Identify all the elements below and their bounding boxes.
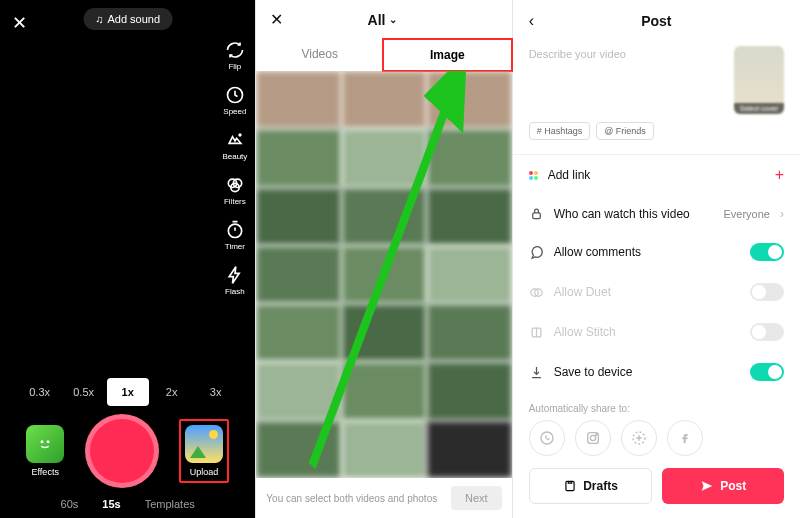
svg-rect-9 — [532, 213, 540, 219]
chevron-down-icon: ⌄ — [389, 14, 397, 25]
media-thumb[interactable] — [256, 71, 340, 128]
media-thumb[interactable] — [427, 71, 511, 128]
close-icon[interactable]: ✕ — [12, 12, 27, 34]
post-screen: ‹ Post Describe your video Select cover … — [513, 0, 800, 518]
tab-videos[interactable]: Videos — [256, 39, 383, 71]
media-thumb[interactable] — [427, 246, 511, 303]
next-button[interactable]: Next — [451, 486, 502, 510]
timer-icon — [225, 220, 245, 240]
flash-icon — [225, 265, 245, 285]
add-sound-button[interactable]: ♫ Add sound — [83, 8, 172, 30]
plus-icon: + — [775, 166, 784, 184]
media-thumb[interactable] — [256, 304, 340, 361]
flash-tool[interactable]: Flash — [225, 265, 245, 296]
comments-option[interactable]: Allow comments — [529, 232, 784, 272]
media-thumb[interactable] — [427, 362, 511, 419]
speed-tool[interactable]: Speed — [223, 85, 246, 116]
mode-60s[interactable]: 60s — [61, 498, 79, 510]
media-thumb[interactable] — [256, 188, 340, 245]
mode-templates[interactable]: Templates — [145, 498, 195, 510]
back-icon[interactable]: ‹ — [529, 12, 534, 30]
post-icon — [700, 479, 714, 493]
timer-tool[interactable]: Timer — [225, 220, 245, 251]
upload-button[interactable]: Upload — [185, 425, 223, 477]
media-grid — [256, 71, 511, 478]
media-thumb[interactable] — [342, 304, 426, 361]
zoom-3x[interactable]: 3x — [195, 378, 237, 406]
comments-toggle[interactable] — [750, 243, 784, 261]
stitch-icon — [529, 325, 544, 340]
media-thumb[interactable] — [342, 246, 426, 303]
stitch-toggle — [750, 323, 784, 341]
zoom-0-5x[interactable]: 0.5x — [63, 378, 105, 406]
add-link-option[interactable]: Add link + — [529, 155, 784, 195]
mode-15s[interactable]: 15s — [102, 498, 120, 510]
filters-icon — [225, 175, 245, 195]
media-thumb[interactable] — [256, 362, 340, 419]
media-thumb[interactable] — [256, 421, 340, 478]
download-icon — [529, 365, 544, 380]
gallery-screen: ✕ All ⌄ Videos Image You can selec — [256, 0, 512, 518]
svg-point-1 — [239, 134, 241, 136]
tab-image[interactable]: Image — [382, 38, 513, 72]
beauty-tool[interactable]: Beauty — [222, 130, 247, 161]
duet-icon — [529, 285, 544, 300]
beauty-icon — [225, 130, 245, 150]
stitch-option: Allow Stitch — [529, 312, 784, 352]
effects-icon — [26, 425, 64, 463]
duet-toggle — [750, 283, 784, 301]
media-thumb[interactable] — [427, 188, 511, 245]
effects-button[interactable]: Effects — [26, 425, 64, 477]
zoom-2x[interactable]: 2x — [151, 378, 193, 406]
description-input[interactable]: Describe your video — [529, 46, 724, 114]
filters-tool[interactable]: Filters — [224, 175, 246, 206]
flip-tool[interactable]: Flip — [225, 40, 245, 71]
select-cover-label: Select cover — [734, 103, 784, 114]
media-thumb[interactable] — [342, 188, 426, 245]
add-link-icon — [529, 171, 538, 180]
media-thumb[interactable] — [342, 421, 426, 478]
record-button[interactable] — [85, 414, 159, 488]
svg-point-16 — [595, 434, 596, 435]
camera-screen: ✕ ♫ Add sound Flip Speed Beauty Filters — [0, 0, 256, 518]
media-thumb[interactable] — [427, 304, 511, 361]
zoom-0-3x[interactable]: 0.3x — [19, 378, 61, 406]
speed-icon — [225, 85, 245, 105]
share-more-icon[interactable] — [621, 420, 657, 456]
media-thumb[interactable] — [342, 362, 426, 419]
save-toggle[interactable] — [750, 363, 784, 381]
gallery-folder-selector[interactable]: All ⌄ — [368, 12, 398, 28]
hashtags-chip[interactable]: # Hashtags — [529, 122, 591, 140]
svg-point-15 — [590, 435, 595, 440]
media-thumb[interactable] — [427, 421, 511, 478]
flip-icon — [225, 40, 245, 60]
media-thumb[interactable] — [256, 129, 340, 186]
lock-icon — [529, 206, 544, 221]
zoom-row: 0.3x 0.5x 1x 2x 3x — [0, 378, 255, 406]
cover-preview[interactable]: Select cover — [734, 46, 784, 114]
friends-chip[interactable]: @ Friends — [596, 122, 654, 140]
auto-share-label: Automatically share to: — [529, 403, 784, 414]
add-sound-label: Add sound — [107, 13, 160, 25]
post-button[interactable]: Post — [662, 468, 784, 504]
svg-point-13 — [541, 432, 553, 444]
media-thumb[interactable] — [342, 71, 426, 128]
share-facebook-icon[interactable] — [667, 420, 703, 456]
chevron-right-icon: › — [780, 207, 784, 221]
svg-point-7 — [47, 440, 50, 443]
media-thumb[interactable] — [342, 129, 426, 186]
camera-viewfinder — [0, 40, 255, 372]
close-icon[interactable]: ✕ — [270, 10, 283, 29]
save-to-device-option[interactable]: Save to device — [529, 352, 784, 392]
share-instagram-icon[interactable] — [575, 420, 611, 456]
comment-icon — [529, 245, 544, 260]
drafts-button[interactable]: Drafts — [529, 468, 653, 504]
svg-point-6 — [41, 440, 44, 443]
media-thumb[interactable] — [427, 129, 511, 186]
svg-point-5 — [228, 224, 241, 237]
privacy-option[interactable]: Who can watch this video Everyone › — [529, 195, 784, 232]
media-thumb[interactable] — [256, 246, 340, 303]
zoom-1x[interactable]: 1x — [107, 378, 149, 406]
share-whatsapp-icon[interactable] — [529, 420, 565, 456]
drafts-icon — [563, 479, 577, 493]
